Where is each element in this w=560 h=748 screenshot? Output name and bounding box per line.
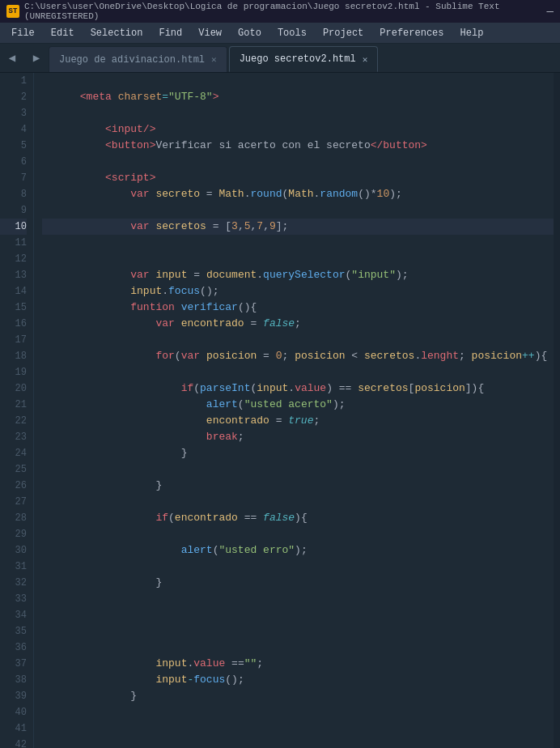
line-num-21: 21 [0,397,27,413]
code-line-41 [42,720,554,737]
line-numbers: 1 2 3 4 5 6 7 8 9 10 11 12 13 14 15 16 1… [0,73,34,748]
line-num-30: 30 [0,542,27,559]
line-num-22: 22 [0,413,27,429]
line-num-14: 14 [0,283,27,300]
code-line-1: <meta charset="UTF-8"> [42,73,554,89]
line-num-32: 32 [0,575,27,591]
code-area[interactable]: <meta charset="UTF-8"> <input/> <button>… [34,73,554,748]
menu-preferences[interactable]: Preferences [371,26,452,40]
window-title: C:\Users\user\OneDrive\Desktop\Logica de… [24,2,547,21]
code-line-34 [42,607,554,623]
line-num-11: 11 [0,235,27,251]
code-line-36: input.value ==""; [42,640,554,656]
menu-view[interactable]: View [190,26,230,40]
line-num-3: 3 [0,105,27,121]
code-line-6: <script> [42,154,554,170]
tab-adivinacion-close[interactable]: ✕ [211,54,217,65]
line-num-7: 7 [0,170,27,186]
line-num-42: 42 [0,737,27,748]
code-line-9: var secretos = [3,5,7,9]; [42,202,554,219]
tab-nav-right[interactable]: ▶ [24,43,49,72]
line-num-31: 31 [0,559,27,575]
line-num-10: 10 [0,219,27,235]
code-line-25: } [42,461,554,478]
menu-goto[interactable]: Goto [230,26,269,40]
line-num-36: 36 [0,640,27,656]
menu-find[interactable]: Find [151,26,190,40]
tab-secretov2-close[interactable]: ✕ [363,54,368,65]
line-num-37: 37 [0,656,27,672]
code-line-19: if(parseInt(input.value) == secretos[pos… [42,364,554,380]
line-num-13: 13 [0,267,27,283]
minimize-button[interactable]: — [547,5,554,18]
menu-tools[interactable]: Tools [269,26,315,40]
menu-selection[interactable]: Selection [83,26,151,40]
code-line-27: if(encontrado == false){ [42,494,554,510]
line-num-39: 39 [0,688,27,704]
code-line-42: var button = document.querySelector("but… [42,737,554,748]
tab-nav-left[interactable]: ◀ [0,43,24,72]
line-num-1: 1 [0,73,27,89]
line-num-19: 19 [0,364,27,380]
menu-help[interactable]: Help [452,26,492,40]
line-num-17: 17 [0,332,27,348]
menubar: File Edit Selection Find View Goto Tools… [0,23,560,44]
tab-adivinacion[interactable]: Juego de adivinacion.html ✕ [49,46,227,72]
line-num-4: 4 [0,121,27,138]
line-num-5: 5 [0,138,27,154]
menu-edit[interactable]: Edit [43,26,83,40]
code-line-11 [42,235,554,251]
line-num-40: 40 [0,704,27,720]
code-line-31: } [42,559,554,575]
tab-secretov2[interactable]: Juego secretov2.html ✕ [229,46,379,72]
line-num-16: 16 [0,316,27,332]
line-num-27: 27 [0,494,27,510]
code-line-3: <input/> [42,105,554,121]
line-num-35: 35 [0,623,27,640]
line-num-23: 23 [0,429,27,445]
titlebar: ST C:\Users\user\OneDrive\Desktop\Logica… [0,0,560,23]
line-num-33: 33 [0,591,27,607]
line-num-41: 41 [0,720,27,737]
editor: 1 2 3 4 5 6 7 8 9 10 11 12 13 14 15 16 1… [0,73,560,748]
minimap [554,73,560,748]
line-num-9: 9 [0,202,27,219]
tab-secretov2-label: Juego secretov2.html [240,53,356,65]
tab-adivinacion-label: Juego de adivinacion.html [59,54,205,66]
tab-bar: ◀ ▶ Juego de adivinacion.html ✕ Juego se… [0,44,560,73]
line-num-38: 38 [0,672,27,688]
line-num-29: 29 [0,526,27,542]
line-num-26: 26 [0,478,27,494]
menu-project[interactable]: Project [315,26,371,40]
line-num-12: 12 [0,251,27,267]
line-num-15: 15 [0,300,27,316]
app-icon: ST [6,5,19,18]
menu-file[interactable]: File [3,26,43,40]
line-num-8: 8 [0,186,27,202]
line-num-24: 24 [0,445,27,461]
line-num-34: 34 [0,607,27,623]
line-num-25: 25 [0,461,27,478]
code-line-17: for(var posicion = 0; posicion < secreto… [42,332,554,348]
code-line-40 [42,704,554,720]
code-line-33 [42,591,554,607]
line-num-20: 20 [0,380,27,397]
line-num-6: 6 [0,154,27,170]
code-line-29: alert("usted erro"); [42,526,554,542]
line-num-28: 28 [0,510,27,526]
line-num-2: 2 [0,89,27,105]
code-line-12: var input = document.querySelector("inpu… [42,251,554,267]
line-num-18: 18 [0,348,27,364]
code-line-35 [42,623,554,640]
